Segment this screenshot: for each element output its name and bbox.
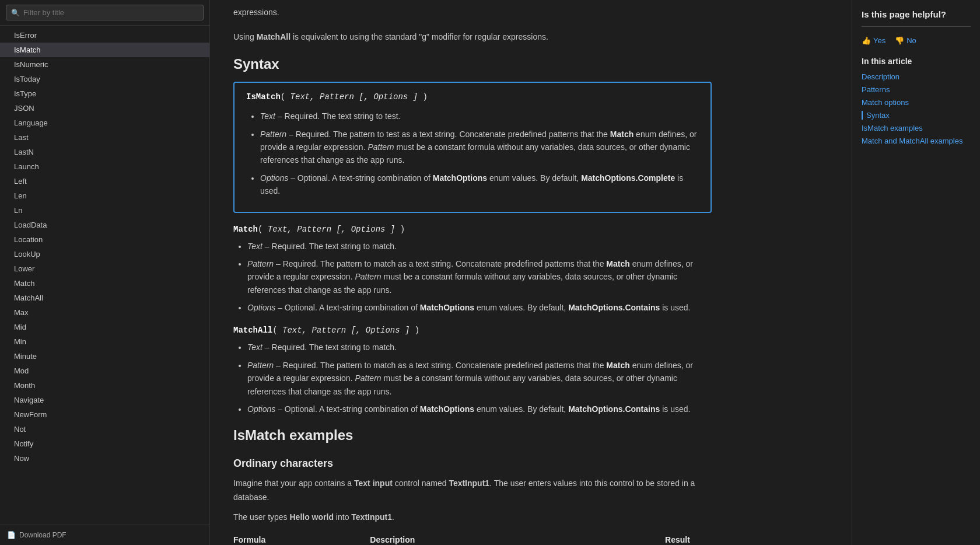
sidebar-item-min[interactable]: Min <box>0 334 209 349</box>
thumbs-down-icon: 👎 <box>895 36 904 45</box>
download-pdf-label: Download PDF <box>19 531 66 539</box>
ordinary-chars-title: Ordinary characters <box>233 457 712 470</box>
search-box[interactable]: 🔍 <box>6 5 204 20</box>
feedback-row: 👍 Yes 👎 No <box>862 36 971 45</box>
toc-link-match-and-matchall-examples[interactable]: Match and MatchAll examples <box>862 137 963 145</box>
sidebar-footer: 📄 Download PDF <box>0 525 209 545</box>
ordinary-intro: Imagine that your app contains a Text in… <box>233 477 712 505</box>
sidebar-item-match[interactable]: Match <box>0 276 209 291</box>
left-sidebar: 🔍 IsErrorIsMatchIsNumericIsTodayIsTypeJS… <box>0 0 210 545</box>
sidebar-item-isnumeric[interactable]: IsNumeric <box>0 57 209 72</box>
download-pdf-link[interactable]: 📄 Download PDF <box>7 531 202 539</box>
sidebar-item-not[interactable]: Not <box>0 422 209 436</box>
sidebar-item-left[interactable]: Left <box>0 174 209 188</box>
intro-text-content: expressions. <box>233 8 279 17</box>
search-input[interactable] <box>23 8 198 17</box>
ismatch-param-text: Text – Required. The text string to test… <box>260 110 699 123</box>
download-icon: 📄 <box>7 531 16 539</box>
syntax-title: Syntax <box>233 56 712 72</box>
search-icon: 🔍 <box>11 9 20 17</box>
ismatch-syntax-box: IsMatch( Text, Pattern [, Options ] ) Te… <box>233 82 712 212</box>
matchall-note: Using MatchAll is equivalent to using th… <box>233 30 712 44</box>
ismatch-param-options: Options – Optional. A text-string combin… <box>260 172 699 198</box>
match-param-list: Text – Required. The text string to matc… <box>233 240 712 315</box>
thumbs-up-icon: 👍 <box>862 36 871 45</box>
sidebar-search-area: 🔍 <box>0 0 209 26</box>
toc-link-description[interactable]: Description <box>862 72 900 81</box>
matchall-param-pattern: Pattern – Required. The pattern to match… <box>247 359 712 398</box>
matchall-signature: MatchAll( Text, Pattern [, Options ] ) <box>233 326 712 335</box>
yes-feedback-btn[interactable]: 👍 Yes <box>862 36 886 45</box>
col-desc-header: Description <box>370 535 643 544</box>
sidebar-item-minute[interactable]: Minute <box>0 349 209 364</box>
sidebar-item-notify[interactable]: Notify <box>0 436 209 451</box>
right-sidebar: Is this page helpful? 👍 Yes 👎 No In this… <box>852 0 980 545</box>
helpful-divider <box>862 26 971 27</box>
helpful-section: Is this page helpful? 👍 Yes 👎 No <box>862 9 971 45</box>
examples-title: IsMatch examples <box>233 427 712 443</box>
ismatch-param-pattern: Pattern – Required. The pattern to test … <box>260 128 699 167</box>
content-area: expressions. Using MatchAll is equivalen… <box>233 0 712 545</box>
sidebar-item-json[interactable]: JSON <box>0 101 209 116</box>
toc-title: In this article <box>862 57 971 66</box>
match-param-text: Text – Required. The text string to matc… <box>247 240 712 253</box>
col-formula-header: Formula <box>233 535 370 544</box>
main-content: expressions. Using MatchAll is equivalen… <box>210 0 852 545</box>
match-param-pattern: Pattern – Required. The pattern to match… <box>247 257 712 296</box>
table-header: Formula Description Result <box>233 530 712 545</box>
ismatch-param-list: Text – Required. The text string to test… <box>246 110 699 197</box>
ismatch-signature: IsMatch( Text, Pattern [, Options ] ) <box>246 92 699 102</box>
sidebar-item-lower[interactable]: Lower <box>0 261 209 276</box>
sidebar-item-lookup[interactable]: LookUp <box>0 247 209 261</box>
toc-link-patterns[interactable]: Patterns <box>862 85 890 94</box>
sidebar-item-loaddata[interactable]: LoadData <box>0 218 209 232</box>
intro-text: expressions. <box>233 6 712 19</box>
sidebar-item-mid[interactable]: Mid <box>0 320 209 334</box>
sidebar-item-istype[interactable]: IsType <box>0 86 209 101</box>
sidebar-item-ismatch[interactable]: IsMatch <box>0 43 209 57</box>
ordinary-usage: The user types Hello world into TextInpu… <box>233 511 712 525</box>
yes-label: Yes <box>873 36 886 45</box>
sidebar-item-newform[interactable]: NewForm <box>0 407 209 422</box>
no-label: No <box>907 36 916 45</box>
sidebar-item-location[interactable]: Location <box>0 232 209 247</box>
match-signature: Match( Text, Pattern [, Options ] ) <box>233 225 712 234</box>
sidebar-item-istoday[interactable]: IsToday <box>0 72 209 86</box>
sidebar-item-navigate[interactable]: Navigate <box>0 393 209 407</box>
sidebar-item-mod[interactable]: Mod <box>0 364 209 378</box>
matchall-param-list: Text – Required. The text string to matc… <box>233 341 712 415</box>
matchall-param-options: Options – Optional. A text-string combin… <box>247 403 712 415</box>
sidebar-item-ln[interactable]: Ln <box>0 203 209 218</box>
sidebar-item-now[interactable]: Now <box>0 451 209 466</box>
sidebar-item-month[interactable]: Month <box>0 378 209 393</box>
sidebar-item-matchall[interactable]: MatchAll <box>0 291 209 305</box>
sidebar-item-language[interactable]: Language <box>0 116 209 130</box>
sidebar-item-iserror[interactable]: IsError <box>0 28 209 43</box>
no-feedback-btn[interactable]: 👎 No <box>895 36 916 45</box>
toc-link-ismatch-examples[interactable]: IsMatch examples <box>862 124 923 132</box>
sidebar-nav-list: IsErrorIsMatchIsNumericIsTodayIsTypeJSON… <box>0 26 209 525</box>
toc-list: DescriptionPatternsMatch optionsSyntaxIs… <box>862 72 971 145</box>
match-param-options: Options – Optional. A text-string combin… <box>247 301 712 314</box>
sidebar-item-max[interactable]: Max <box>0 305 209 320</box>
sidebar-item-last[interactable]: Last <box>0 130 209 145</box>
sidebar-item-len[interactable]: Len <box>0 188 209 203</box>
col-result-header: Result <box>643 535 712 544</box>
sidebar-item-launch[interactable]: Launch <box>0 159 209 174</box>
matchall-param-text: Text – Required. The text string to matc… <box>247 341 712 354</box>
toc-section: In this article DescriptionPatternsMatch… <box>862 57 971 145</box>
toc-link-syntax[interactable]: Syntax <box>862 111 890 120</box>
toc-link-match-options[interactable]: Match options <box>862 98 909 107</box>
helpful-title: Is this page helpful? <box>862 9 971 19</box>
sidebar-item-lastn[interactable]: LastN <box>0 145 209 159</box>
